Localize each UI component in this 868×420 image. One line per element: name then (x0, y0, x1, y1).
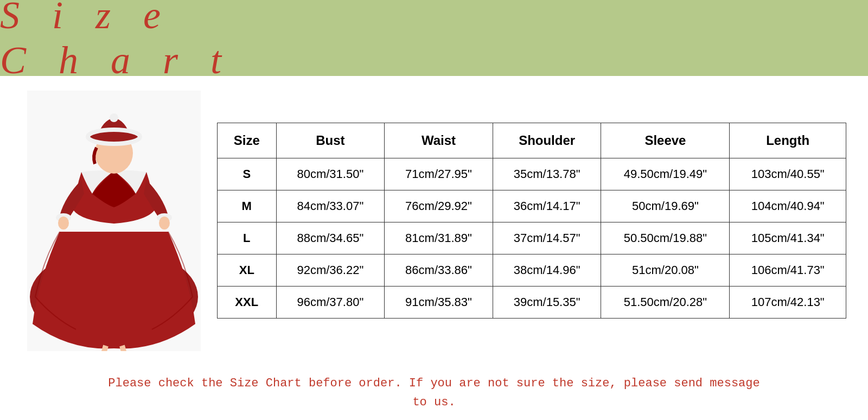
dress-illustration (27, 91, 201, 351)
table-cell-r3-c1: 92cm/36.22" (276, 254, 385, 287)
table-cell-r4-c1: 96cm/37.80" (276, 287, 385, 319)
svg-point-8 (58, 217, 69, 230)
footer-line2: to us. (16, 393, 852, 412)
col-header-sleeve: Sleeve (601, 123, 730, 158)
table-cell-r2-c4: 50.50cm/19.88" (601, 222, 730, 254)
table-cell-r1-c3: 36cm/14.17" (493, 190, 601, 222)
table-cell-r4-c3: 39cm/15.35" (493, 287, 601, 319)
col-header-waist: Waist (385, 123, 493, 158)
footer-line1: Please check the Size Chart before order… (16, 374, 852, 393)
table-cell-r1-c0: M (218, 190, 277, 222)
footer-bar: Please check the Size Chart before order… (0, 366, 868, 420)
table-row: L88cm/34.65"81cm/31.89"37cm/14.57"50.50c… (218, 222, 846, 254)
page-wrapper: Size Chart (0, 0, 868, 420)
table-row: S80cm/31.50"71cm/27.95"35cm/13.78"49.50c… (218, 158, 846, 190)
col-header-bust: Bust (276, 123, 385, 158)
table-cell-r1-c5: 104cm/40.94" (730, 190, 846, 222)
footer-text: Please check the Size Chart before order… (16, 374, 852, 412)
table-cell-r2-c1: 88cm/34.65" (276, 222, 385, 254)
table-cell-r1-c2: 76cm/29.92" (385, 190, 493, 222)
size-chart-table: Size Bust Waist Shoulder Sleeve Length S… (217, 123, 846, 319)
table-cell-r1-c4: 50cm/19.69" (601, 190, 730, 222)
table-cell-r3-c4: 51cm/20.08" (601, 254, 730, 287)
table-cell-r2-c5: 105cm/41.34" (730, 222, 846, 254)
table-row: XXL96cm/37.80"91cm/35.83"39cm/15.35"51.5… (218, 287, 846, 319)
table-cell-r3-c3: 38cm/14.96" (493, 254, 601, 287)
table-cell-r4-c2: 91cm/35.83" (385, 287, 493, 319)
table-cell-r3-c5: 106cm/41.73" (730, 254, 846, 287)
table-cell-r2-c2: 81cm/31.89" (385, 222, 493, 254)
dress-image-area (16, 81, 212, 360)
col-header-length: Length (730, 123, 846, 158)
col-header-shoulder: Shoulder (493, 123, 601, 158)
table-header-row: Size Bust Waist Shoulder Sleeve Length (218, 123, 846, 158)
svg-point-9 (159, 217, 170, 230)
table-cell-r4-c4: 51.50cm/20.28" (601, 287, 730, 319)
main-content: Size Bust Waist Shoulder Sleeve Length S… (0, 76, 868, 366)
table-area: Size Bust Waist Shoulder Sleeve Length S… (212, 81, 852, 360)
table-cell-r0-c2: 71cm/27.95" (385, 158, 493, 190)
table-cell-r0-c1: 80cm/31.50" (276, 158, 385, 190)
table-cell-r0-c3: 35cm/13.78" (493, 158, 601, 190)
table-cell-r4-c5: 107cm/42.13" (730, 287, 846, 319)
table-cell-r0-c4: 49.50cm/19.49" (601, 158, 730, 190)
svg-point-5 (110, 113, 118, 122)
table-cell-r4-c0: XXL (218, 287, 277, 319)
table-row: XL92cm/36.22"86cm/33.86"38cm/14.96"51cm/… (218, 254, 846, 287)
title-size: Size (0, 0, 193, 37)
title-chart: Chart (0, 39, 254, 82)
table-cell-r1-c1: 84cm/33.07" (276, 190, 385, 222)
header-bar: Size Chart (0, 0, 868, 76)
col-header-size: Size (218, 123, 277, 158)
table-cell-r2-c3: 37cm/14.57" (493, 222, 601, 254)
table-cell-r2-c0: L (218, 222, 277, 254)
table-cell-r0-c0: S (218, 158, 277, 190)
page-title: Size Chart (0, 0, 868, 83)
table-cell-r3-c2: 86cm/33.86" (385, 254, 493, 287)
table-cell-r3-c0: XL (218, 254, 277, 287)
table-row: M84cm/33.07"76cm/29.92"36cm/14.17"50cm/1… (218, 190, 846, 222)
table-cell-r0-c5: 103cm/40.55" (730, 158, 846, 190)
